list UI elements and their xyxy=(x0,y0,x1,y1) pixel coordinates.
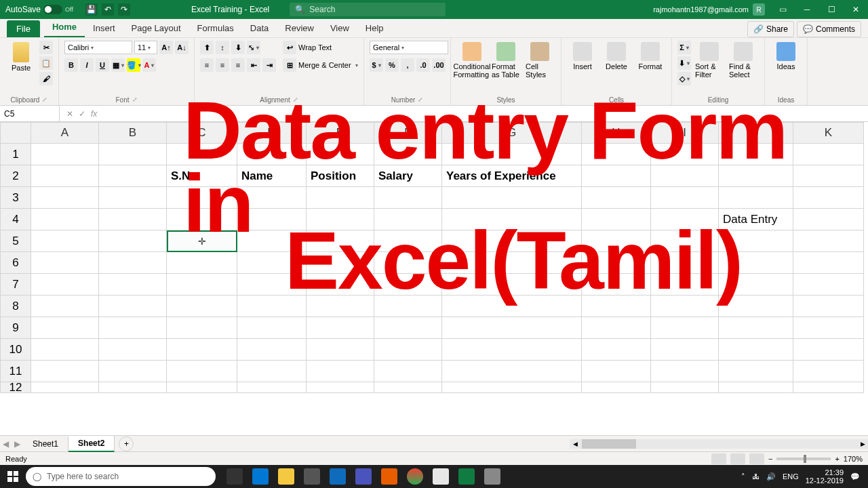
tab-home[interactable]: Home xyxy=(44,18,85,37)
row-header[interactable]: 5 xyxy=(0,230,31,252)
cancel-formula-icon[interactable]: ✕ xyxy=(66,109,73,119)
col-header-b[interactable]: B xyxy=(99,122,167,144)
delete-cells-button[interactable]: Delete xyxy=(601,41,632,72)
cell-j4[interactable]: Data Entry xyxy=(719,209,793,230)
row-header[interactable]: 7 xyxy=(0,274,31,296)
cell-styles-button[interactable]: Cell Styles xyxy=(524,41,555,80)
save-icon[interactable]: 💾 xyxy=(85,3,98,16)
system-tray[interactable]: ˄ 🖧 🔊 ENG 21:39 12-12-2019 💬 xyxy=(733,468,868,485)
undo-icon[interactable]: ↶ xyxy=(102,3,114,16)
paste-button[interactable]: Paste xyxy=(5,41,37,73)
row-header[interactable]: 6 xyxy=(0,252,31,274)
col-header-k[interactable]: K xyxy=(793,122,864,144)
col-header-g[interactable]: G xyxy=(442,122,582,144)
edge-icon[interactable] xyxy=(248,467,273,486)
border-icon[interactable]: ▦ xyxy=(111,58,125,72)
orientation-icon[interactable]: ⤡ xyxy=(247,41,260,54)
sheet-nav-prev-icon[interactable]: ◀ xyxy=(0,439,12,449)
account-info[interactable]: rajmohantn1987@gmail.com R xyxy=(648,3,770,16)
insert-cells-button[interactable]: Insert xyxy=(567,41,598,72)
start-button[interactable] xyxy=(0,471,26,482)
app-icon[interactable] xyxy=(480,467,505,486)
tab-review[interactable]: Review xyxy=(277,19,322,37)
name-box[interactable]: C5 xyxy=(0,106,60,121)
zoom-out-icon[interactable]: − xyxy=(768,455,772,463)
row-header[interactable]: 11 xyxy=(0,361,31,382)
conditional-formatting-button[interactable]: Conditional Formatting xyxy=(456,41,488,80)
clear-icon[interactable]: ◇ xyxy=(677,72,691,85)
zoom-in-icon[interactable]: + xyxy=(835,455,839,463)
sheet-nav-next-icon[interactable]: ▶ xyxy=(12,439,23,449)
tab-view[interactable]: View xyxy=(322,19,357,37)
row-header[interactable]: 1 xyxy=(0,144,31,165)
align-top-icon[interactable]: ⬆ xyxy=(200,41,214,54)
notifications-icon[interactable]: 💬 xyxy=(850,472,860,481)
maximize-button[interactable]: ☐ xyxy=(819,0,844,19)
cell-g2[interactable]: Years of Experience xyxy=(442,165,582,187)
align-middle-icon[interactable]: ↕ xyxy=(216,41,229,54)
comma-icon[interactable]: , xyxy=(401,58,414,72)
align-center-icon[interactable]: ≡ xyxy=(216,58,229,72)
zoom-slider[interactable] xyxy=(776,458,831,460)
dialog-launcher-icon[interactable]: ⤢ xyxy=(293,96,298,104)
tab-help[interactable]: Help xyxy=(357,19,392,37)
autosum-icon[interactable]: Σ xyxy=(677,41,691,54)
col-header-j[interactable]: J xyxy=(719,122,793,144)
excel-icon[interactable] xyxy=(454,467,479,486)
row-header[interactable]: 10 xyxy=(0,339,31,361)
sort-filter-button[interactable]: Sort & Filter xyxy=(694,41,725,80)
redo-icon[interactable]: ↷ xyxy=(118,3,130,16)
minimize-button[interactable]: ─ xyxy=(795,0,819,19)
fill-color-icon[interactable]: 🪣 xyxy=(127,58,140,72)
tab-formulas[interactable]: Formulas xyxy=(189,19,242,37)
zoom-level[interactable]: 170% xyxy=(844,455,863,463)
tray-chevron-icon[interactable]: ˄ xyxy=(741,472,745,481)
col-header-h[interactable]: H xyxy=(582,122,651,144)
tab-page-layout[interactable]: Page Layout xyxy=(123,19,189,37)
row-header[interactable]: 3 xyxy=(0,187,31,209)
find-select-button[interactable]: Find & Select xyxy=(728,41,759,80)
fill-icon[interactable]: ⬇ xyxy=(677,56,691,70)
scroll-right-icon[interactable]: ▶ xyxy=(857,439,868,449)
sheet-tab-sheet1[interactable]: Sheet1 xyxy=(23,436,68,451)
dialog-launcher-icon[interactable]: ⤢ xyxy=(132,96,138,104)
font-name-select[interactable]: Calibri xyxy=(64,41,132,54)
mail-icon[interactable] xyxy=(326,467,350,486)
row-header[interactable]: 12 xyxy=(0,382,31,393)
word-icon[interactable] xyxy=(429,467,453,486)
increase-decimal-icon[interactable]: .0 xyxy=(416,58,430,72)
network-icon[interactable]: 🖧 xyxy=(752,472,760,481)
teams-icon[interactable] xyxy=(351,467,376,486)
sheet-tab-sheet2[interactable]: Sheet2 xyxy=(68,436,115,452)
language-indicator[interactable]: ENG xyxy=(783,472,799,481)
vlc-icon[interactable] xyxy=(377,467,401,486)
underline-button[interactable]: U xyxy=(96,58,109,72)
dialog-launcher-icon[interactable]: ⤢ xyxy=(42,96,47,104)
page-break-view-icon[interactable] xyxy=(749,453,764,464)
tab-insert[interactable]: Insert xyxy=(85,19,123,37)
currency-icon[interactable]: $ xyxy=(370,58,383,72)
italic-button[interactable]: I xyxy=(80,58,94,72)
share-button[interactable]: 🔗 Share xyxy=(747,21,794,37)
clock[interactable]: 21:39 12-12-2019 xyxy=(806,468,844,485)
dialog-launcher-icon[interactable]: ⤢ xyxy=(418,96,423,104)
normal-view-icon[interactable] xyxy=(711,453,726,464)
task-view-icon[interactable] xyxy=(222,467,247,486)
cut-icon[interactable]: ✂ xyxy=(39,41,53,54)
decrease-indent-icon[interactable]: ⇤ xyxy=(247,58,260,72)
tab-file[interactable]: File xyxy=(7,20,40,37)
col-header-a[interactable]: A xyxy=(31,122,99,144)
format-as-table-button[interactable]: Format as Table xyxy=(490,41,521,80)
enter-formula-icon[interactable]: ✓ xyxy=(79,109,85,119)
bold-button[interactable]: B xyxy=(64,58,78,72)
chrome-icon[interactable] xyxy=(403,467,427,486)
format-painter-icon[interactable]: 🖌 xyxy=(39,72,53,85)
col-header-c[interactable]: C xyxy=(167,122,237,144)
close-button[interactable]: ✕ xyxy=(844,0,868,19)
increase-font-icon[interactable]: A↑ xyxy=(159,41,173,54)
decrease-decimal-icon[interactable]: .00 xyxy=(432,58,446,72)
fx-icon[interactable]: fx xyxy=(91,109,97,119)
volume-icon[interactable]: 🔊 xyxy=(766,472,776,481)
row-header[interactable]: 4 xyxy=(0,209,31,230)
format-cells-button[interactable]: Format xyxy=(635,41,666,72)
